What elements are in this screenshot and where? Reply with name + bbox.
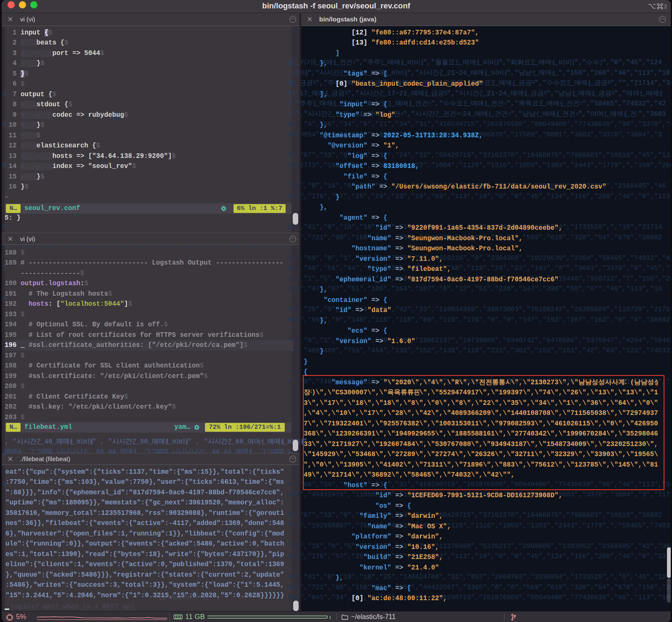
- svg-text:2: 2: [664, 3, 667, 10]
